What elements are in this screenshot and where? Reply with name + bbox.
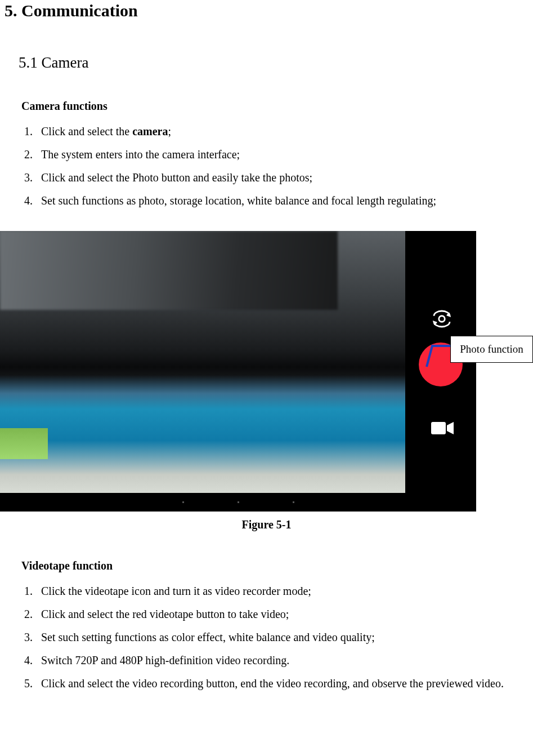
figure-caption: Figure 5-1 bbox=[21, 518, 512, 531]
svg-line-2 bbox=[427, 346, 432, 367]
list-item: Click and select the Photo button and ea… bbox=[35, 170, 512, 185]
list-item: Click the videotape icon and turn it as … bbox=[35, 584, 512, 599]
nav-dot bbox=[293, 501, 294, 503]
video-mode-icon[interactable] bbox=[430, 420, 455, 437]
svg-point-0 bbox=[439, 316, 445, 322]
document-page: 5. Communication 5.1 Camera Camera funct… bbox=[0, 0, 533, 731]
list-item: Set such setting functions as color effe… bbox=[35, 630, 512, 645]
list-item: Click and select the camera; bbox=[35, 124, 512, 139]
list-item: Set such functions as photo, storage loc… bbox=[35, 193, 512, 208]
section-heading: 5.1 Camera bbox=[19, 54, 512, 72]
videotape-functions-list: Click the videotape icon and turn it as … bbox=[21, 584, 512, 691]
list-text: ; bbox=[168, 125, 171, 137]
list-item: Click and select the video recording but… bbox=[35, 676, 512, 691]
camera-viewfinder bbox=[0, 231, 405, 493]
callout-label: Photo function bbox=[450, 336, 533, 363]
subsection-heading-camera: Camera functions bbox=[21, 100, 512, 113]
android-nav-bar bbox=[0, 493, 476, 512]
camera-functions-list: Click and select the camera; The system … bbox=[21, 124, 512, 208]
chapter-heading: 5. Communication bbox=[5, 0, 512, 20]
list-item: The system enters into the camera interf… bbox=[35, 147, 512, 162]
figure-wrapper: Photo function bbox=[0, 231, 533, 512]
nav-dot bbox=[238, 501, 239, 503]
svg-rect-1 bbox=[431, 422, 446, 434]
list-item: Click and select the red videotape butto… bbox=[35, 607, 512, 622]
subsection-heading-videotape: Videotape function bbox=[21, 559, 512, 572]
nav-dot bbox=[182, 501, 184, 503]
switch-camera-icon[interactable] bbox=[430, 307, 454, 331]
list-text-bold: camera bbox=[132, 125, 168, 137]
camera-screenshot bbox=[0, 231, 476, 512]
list-text: Click and select the bbox=[41, 125, 132, 137]
list-item: Switch 720P and 480P high-definition vid… bbox=[35, 653, 512, 668]
